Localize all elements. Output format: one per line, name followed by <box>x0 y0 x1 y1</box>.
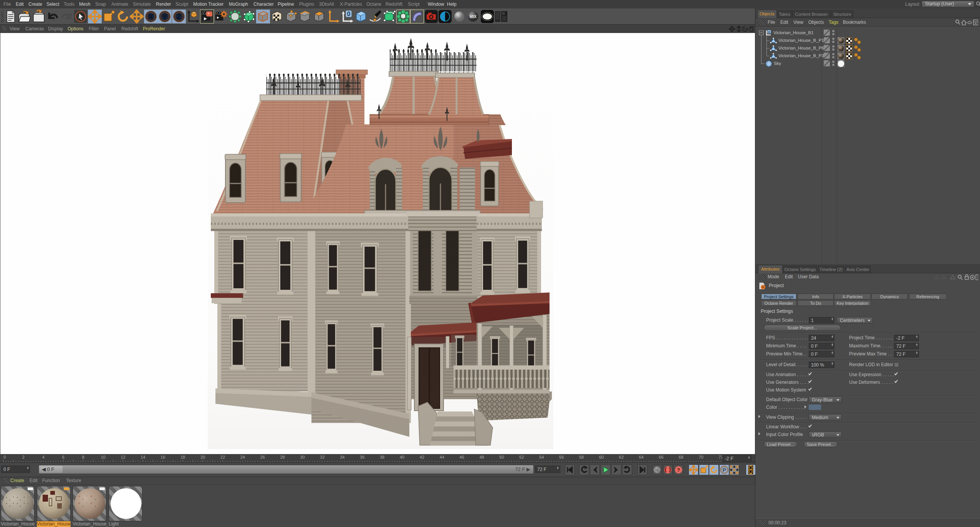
svg-text:10: 10 <box>101 455 105 459</box>
svg-text:34: 34 <box>340 455 344 459</box>
svg-text:42: 42 <box>420 455 424 459</box>
svg-text:20: 20 <box>200 455 205 459</box>
svg-text:28: 28 <box>280 455 285 459</box>
svg-text:68: 68 <box>679 455 683 459</box>
svg-text:X: X <box>149 13 154 21</box>
svg-text:38: 38 <box>380 455 384 459</box>
svg-text:16: 16 <box>161 455 165 459</box>
svg-text:60: 60 <box>599 455 604 459</box>
svg-text:66: 66 <box>659 455 664 459</box>
svg-text:14: 14 <box>141 455 145 459</box>
svg-text:0: 0 <box>347 11 351 17</box>
svg-text:Y: Y <box>162 13 167 21</box>
svg-text:46: 46 <box>460 455 464 459</box>
svg-text:58: 58 <box>579 455 584 459</box>
svg-text:64: 64 <box>639 455 644 459</box>
svg-text:0: 0 <box>3 455 6 459</box>
svg-text:48: 48 <box>479 455 484 459</box>
svg-text:6: 6 <box>62 455 65 459</box>
svg-text:56: 56 <box>559 455 564 459</box>
svg-text:?: ? <box>677 467 680 473</box>
svg-text:0: 0 <box>768 30 770 34</box>
svg-text:50: 50 <box>499 455 504 459</box>
svg-text:Z: Z <box>177 13 181 21</box>
svg-text:24: 24 <box>240 455 245 459</box>
svg-text:62: 62 <box>619 455 624 459</box>
svg-text:4: 4 <box>42 455 45 459</box>
svg-text:P: P <box>723 467 726 473</box>
svg-text:32: 32 <box>320 455 324 459</box>
svg-text:70: 70 <box>699 455 703 459</box>
svg-text:8: 8 <box>82 455 84 459</box>
svg-text:44: 44 <box>440 455 444 459</box>
svg-text:18: 18 <box>180 455 185 459</box>
svg-text:36: 36 <box>360 455 364 459</box>
svg-text:2: 2 <box>22 455 25 459</box>
svg-text:26: 26 <box>260 455 265 459</box>
svg-text:22: 22 <box>220 455 225 459</box>
svg-text:MIX: MIX <box>470 15 477 19</box>
svg-text:40: 40 <box>400 455 404 459</box>
svg-text:30: 30 <box>300 455 305 459</box>
svg-text:52: 52 <box>519 455 524 459</box>
svg-text:54: 54 <box>539 455 544 459</box>
svg-text:12: 12 <box>121 455 125 459</box>
